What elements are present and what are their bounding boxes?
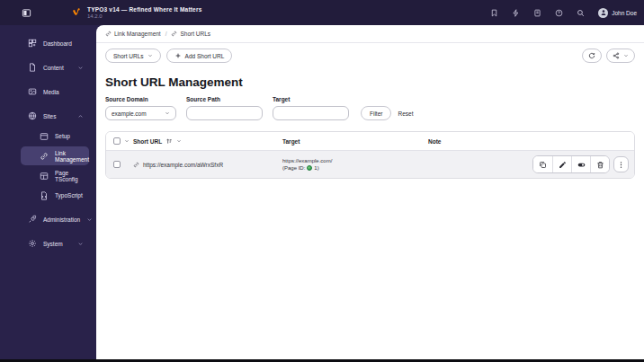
table-layout-icon [40,172,49,181]
filter-form: Source Domain example.com Source Path Ta… [105,96,635,120]
page-id-prefix: (Page ID: [282,165,305,171]
sidebar-item-content[interactable]: Content [9,57,89,77]
target-cell: https://example.com/ (Page ID: 1) [282,158,332,171]
edit-icon [559,161,567,169]
row-actions [532,155,629,173]
edit-button[interactable] [552,156,571,172]
breadcrumb-link-management[interactable]: Link Management [105,31,161,37]
rocket-icon [28,215,37,224]
add-short-url-label: Add Short URL [185,53,225,59]
sidebar-item-system[interactable]: System [9,234,89,253]
link-icon [171,31,177,37]
sidebar-item-label: Content [43,65,64,71]
sidebar-item-media[interactable]: Media [9,82,89,102]
filter-button[interactable]: Filter [361,106,391,120]
media-icon [28,87,37,96]
sort-ascending-icon[interactable] [165,137,173,145]
select-all-checkbox[interactable] [113,137,121,145]
module-menu: Dashboard Content Media [0,25,96,359]
trash-icon [596,161,604,169]
setup-icon [40,132,49,141]
source-path-input[interactable] [186,106,263,120]
chevron-down-icon [77,65,84,71]
chevron-down-icon [623,53,629,58]
ellipsis-vertical-icon [617,161,625,169]
panel-toggle-icon [22,8,31,18]
toggle-button[interactable] [571,156,590,172]
sidebar-item-typoscript[interactable]: TypoScript [21,186,89,205]
search-icon[interactable] [577,9,585,17]
sidebar-item-label: Link Management [55,150,89,163]
bookmark-icon[interactable] [490,9,498,17]
breadcrumb: Link Management / Short URLs [96,25,644,43]
sidebar-item-label: System [43,241,63,247]
sidebar-item-dashboard[interactable]: Dashboard [9,33,89,53]
typoscript-icon [40,191,49,200]
sites-submenu: Setup Link Management Page TSconfig [0,127,93,205]
docs-icon[interactable] [533,9,541,17]
target-input[interactable] [273,106,349,120]
chevron-down-icon[interactable] [124,138,130,144]
gear-icon [28,239,37,248]
product-title: TYPO3 v14 — Refined Where It Matters [87,6,201,13]
source-domain-value: example.com [112,110,147,117]
refresh-button[interactable] [582,49,602,63]
copy-button[interactable] [533,156,552,172]
sidebar-item-label: Setup [55,133,70,139]
sidebar-item-setup[interactable]: Setup [21,127,89,146]
target-label: Target [273,96,349,102]
share-icon [613,52,620,59]
add-short-url-button[interactable]: Add Short URL [166,49,233,63]
brand[interactable]: TYPO3 v14 — Refined Where It Matters 14.… [70,6,201,20]
sidebar-item-page-tsconfig[interactable]: Page TSconfig [21,166,89,185]
globe-icon [307,165,312,171]
short-url-value: https://example.com/aWrxSfxR [143,162,223,168]
column-header-target: Target [282,138,300,145]
column-header-short-url: Short URL [133,138,162,145]
share-dropdown-button[interactable] [606,49,635,63]
chevron-down-icon [86,216,93,223]
row-checkbox[interactable] [113,161,121,168]
copy-icon [539,161,547,169]
sidebar-item-label: Sites [43,113,56,119]
toggle-icon [577,161,586,169]
sidebar-item-administration[interactable]: Administration [9,209,89,229]
sidebar-item-label: Administration [43,216,80,223]
chevron-down-icon[interactable] [176,138,182,144]
topbar: TYPO3 v14 — Refined Where It Matters 14.… [0,0,644,25]
content-icon [28,63,37,72]
sites-icon [28,111,37,120]
sidebar-toggle-button[interactable] [13,0,40,25]
target-url: https://example.com/ [282,158,332,163]
sidebar-item-sites[interactable]: Sites [9,106,89,126]
table-row[interactable]: https://example.com/aWrxSfxR https://exa… [106,151,634,178]
typo3-backend: TYPO3 v14 — Refined Where It Matters 14.… [0,0,644,362]
chevron-down-icon [148,53,153,58]
short-url-table: Short URL Target Note [105,131,635,179]
bolt-icon[interactable] [512,9,520,17]
product-version: 14.2.0 [87,13,201,19]
avatar [598,8,608,18]
view-switcher-dropdown[interactable]: Short URLs [105,49,161,63]
page-title: Short URL Management [105,75,635,89]
delete-button[interactable] [590,156,609,172]
link-icon [40,152,49,161]
breadcrumb-short-urls[interactable]: Short URLs [171,31,210,37]
sidebar-item-link-management[interactable]: Link Management [21,146,89,165]
more-options-button[interactable] [613,156,629,172]
source-domain-select[interactable]: example.com [105,106,176,120]
reset-button[interactable]: Reset [398,110,413,117]
typo3-logo-icon [70,6,82,20]
breadcrumb-label: Short URLs [180,31,210,37]
view-switcher-label: Short URLs [113,53,144,59]
topbar-actions: John Doe [490,8,637,18]
source-path-label: Source Path [186,96,263,102]
page-id-value: 1) [314,165,318,171]
dashboard-icon [28,39,37,48]
help-icon[interactable] [555,9,563,17]
source-domain-label: Source Domain [105,96,176,102]
column-header-note: Note [428,138,441,145]
user-menu[interactable]: John Doe [598,8,637,18]
link-icon [133,162,139,168]
sidebar-item-label: Media [43,89,59,95]
